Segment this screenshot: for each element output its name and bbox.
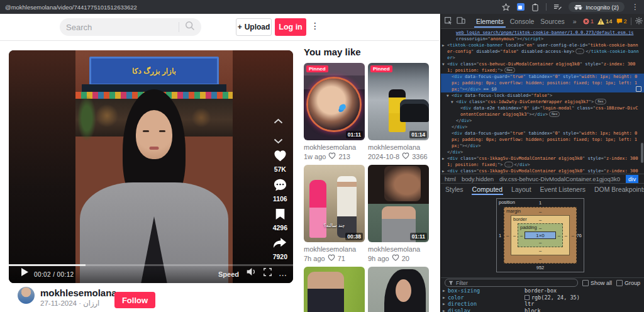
tab-elements[interactable]: Elements xyxy=(474,15,506,28)
twisty-icon[interactable]: ▼ xyxy=(447,92,449,99)
more-tabs-icon[interactable]: » xyxy=(571,15,579,28)
username[interactable]: mokhlesemolana xyxy=(40,287,117,298)
browser-extension-icon[interactable] xyxy=(517,3,525,11)
breadcrumb-item[interactable]: div.css-behvuc-DivModalContainer.e1gjoq3… xyxy=(499,176,620,182)
video-card[interactable] xyxy=(304,267,365,312)
fullscreen-icon[interactable] xyxy=(264,267,272,279)
more-options-icon[interactable]: ⋯ xyxy=(279,270,287,280)
browser-menu-icon[interactable]: ⋮ xyxy=(631,3,639,11)
twisty-icon[interactable]: ▶ xyxy=(442,155,445,162)
twisty-icon[interactable]: ▶ xyxy=(443,308,445,312)
twisty-icon[interactable]: ▶ xyxy=(443,301,445,308)
code-line[interactable]: <div data-e2e tabindex="0" id="login-mod… xyxy=(441,105,644,118)
code-line[interactable]: ▼<div data-focus-lock-disabled="false"> xyxy=(441,92,644,99)
scrollbar-thumb[interactable] xyxy=(641,143,643,163)
card-username[interactable]: mokhlesemolana xyxy=(368,245,429,253)
property-row[interactable]: ▶colorrgb(22, 24, 35) xyxy=(441,294,644,301)
card-username[interactable]: mokhlesemolana xyxy=(368,143,429,151)
tab-layout[interactable]: Layout xyxy=(507,184,536,195)
progress-bar[interactable] xyxy=(9,264,293,266)
breadcrumb-item[interactable]: div xyxy=(626,175,638,183)
twisty-icon[interactable]: ▶ xyxy=(443,287,445,294)
header-menu-icon[interactable]: ⋮ xyxy=(311,21,319,31)
card-username[interactable]: mokhlesemolana xyxy=(304,245,365,253)
video-thumbnail[interactable] xyxy=(304,267,365,312)
video-thumbnail[interactable]: Pinned01:14 xyxy=(368,63,429,140)
upload-button[interactable]: + Upload xyxy=(236,18,272,36)
tab-dom-breakpoints[interactable]: DOM Breakpoints xyxy=(590,184,644,195)
code-line[interactable]: <div data-focus-guard="true" tabindex="0… xyxy=(441,74,644,92)
heart-button[interactable]: 57K xyxy=(274,150,287,173)
flex-badge[interactable]: flex xyxy=(504,67,515,73)
video-card[interactable]: چند سالته؟00:38mokhlesemolana7h ago71 xyxy=(304,165,365,262)
video-player[interactable]: بازار بزرگ دکا 00:02 / 00:12 Speed xyxy=(9,50,293,283)
next-video-button[interactable] xyxy=(273,135,284,147)
volume-icon[interactable] xyxy=(246,267,257,279)
bookmark-button[interactable]: 4296 xyxy=(273,208,287,231)
tab-styles[interactable]: Styles xyxy=(441,184,468,195)
video-card[interactable]: 01:11mokhlesemolana9h ago20 xyxy=(368,165,429,262)
tab-sources[interactable]: Sources xyxy=(538,15,567,28)
code-line[interactable]: crossorigin="anonymous"></script> xyxy=(441,36,644,42)
inspect-element-icon[interactable] xyxy=(444,16,452,27)
previous-video-button[interactable] xyxy=(273,115,284,126)
property-row[interactable]: ▶displayblock xyxy=(441,308,644,312)
video-thumbnail[interactable]: چند سالته؟00:38 xyxy=(304,165,365,242)
code-line[interactable]: ▶<div class="css-1kkag5v-DivModalContain… xyxy=(441,155,644,168)
share-button[interactable]: 7920 xyxy=(273,237,287,260)
video-card[interactable]: TikTok xyxy=(368,267,429,312)
code-line[interactable]: <div data-focus-guard="true" tabindex="0… xyxy=(441,130,644,149)
code-line[interactable]: ▶<tiktok-cookie-banner locale="en" user-… xyxy=(441,42,644,61)
group-checkbox[interactable]: Group xyxy=(616,280,640,286)
follow-button[interactable]: Follow xyxy=(114,292,155,308)
speed-button[interactable]: Speed xyxy=(218,270,239,278)
video-card[interactable]: Pinned01:11mokhlesemolana1w ago213 xyxy=(304,63,365,160)
issues-badge[interactable]: 2 xyxy=(616,18,627,25)
scroll-into-view-icon[interactable] xyxy=(636,86,641,92)
checkbox-icon[interactable] xyxy=(616,280,623,286)
code-line[interactable]: </div> xyxy=(441,124,644,130)
twisty-icon[interactable]: ▶ xyxy=(442,42,445,48)
twisty-icon[interactable]: ▶ xyxy=(443,294,445,301)
code-line[interactable]: ▼<div class="css-1dw2wty-DivCenterWrappe… xyxy=(441,99,644,105)
comment-button[interactable]: 1106 xyxy=(273,179,287,203)
breadcrumb-item[interactable]: body.hidden xyxy=(462,176,494,182)
bookmark-star-icon[interactable] xyxy=(502,3,510,11)
code-line[interactable]: </div> xyxy=(441,149,644,155)
tab-event-listeners[interactable]: Event Listeners xyxy=(536,184,590,195)
reading-list-icon[interactable] xyxy=(553,4,562,11)
tab-console[interactable]: Console xyxy=(508,15,536,28)
gear-icon[interactable] xyxy=(635,17,643,26)
login-button[interactable]: Log in xyxy=(275,18,306,36)
breadcrumb-item[interactable]: html xyxy=(445,176,456,182)
warning-badge[interactable]: 14 xyxy=(597,18,613,25)
checkbox-icon[interactable] xyxy=(582,280,589,286)
video-card[interactable]: Pinned01:14mokhlesemolana2024-10-83366 xyxy=(368,63,429,160)
video-thumbnail[interactable]: Pinned01:11 xyxy=(304,63,365,140)
property-row[interactable]: ▶box-sizingborder-box xyxy=(441,287,644,294)
code-line[interactable]: </div> xyxy=(441,118,644,124)
code-line[interactable]: ▼<div class="css-behvuc-DivModalContaine… xyxy=(441,61,644,74)
flex-badge[interactable]: flex xyxy=(595,99,606,104)
twisty-icon[interactable]: ▼ xyxy=(442,61,445,67)
clipboard-icon[interactable] xyxy=(531,3,539,11)
expand-ellipsis-icon[interactable]: … xyxy=(575,48,584,54)
property-row[interactable]: ▶directionltr xyxy=(441,301,644,308)
search-input[interactable]: Search xyxy=(60,18,201,36)
device-toolbar-icon[interactable] xyxy=(457,16,465,27)
show-all-checkbox[interactable]: Show all xyxy=(582,280,612,286)
code-line[interactable]: web_login_search/pnpm/tiktok-cookie-bann… xyxy=(441,30,644,36)
twisty-icon[interactable]: ▼ xyxy=(451,99,453,105)
video-thumbnail[interactable]: 01:11 xyxy=(368,165,429,242)
play-button[interactable] xyxy=(21,267,28,279)
error-badge[interactable]: 1 xyxy=(583,18,594,25)
video-thumbnail[interactable]: TikTok xyxy=(368,267,429,312)
incognito-badge[interactable]: Incognito (2) xyxy=(569,2,625,12)
search-icon[interactable] xyxy=(185,21,195,33)
flex-badge[interactable]: flex xyxy=(549,111,560,117)
expand-ellipsis-icon[interactable]: … xyxy=(504,162,513,167)
tab-computed[interactable]: Computed xyxy=(468,184,507,195)
filter-input[interactable]: Filter xyxy=(445,279,578,287)
avatar[interactable] xyxy=(18,287,35,304)
card-username[interactable]: mokhlesemolana xyxy=(304,143,365,151)
